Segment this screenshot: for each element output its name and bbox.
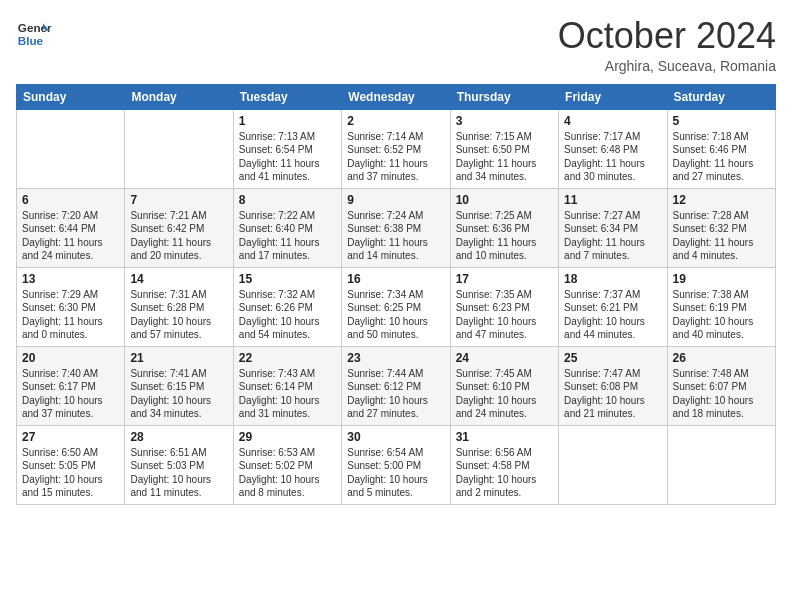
calendar-cell: 6Sunrise: 7:20 AM Sunset: 6:44 PM Daylig… — [17, 188, 125, 267]
day-number: 23 — [347, 351, 444, 365]
calendar-cell: 30Sunrise: 6:54 AM Sunset: 5:00 PM Dayli… — [342, 425, 450, 504]
day-number: 20 — [22, 351, 119, 365]
calendar-cell: 23Sunrise: 7:44 AM Sunset: 6:12 PM Dayli… — [342, 346, 450, 425]
day-info: Sunrise: 6:51 AM Sunset: 5:03 PM Dayligh… — [130, 446, 227, 500]
day-info: Sunrise: 7:31 AM Sunset: 6:28 PM Dayligh… — [130, 288, 227, 342]
day-number: 17 — [456, 272, 553, 286]
calendar-cell — [125, 109, 233, 188]
day-info: Sunrise: 7:41 AM Sunset: 6:15 PM Dayligh… — [130, 367, 227, 421]
day-info: Sunrise: 6:53 AM Sunset: 5:02 PM Dayligh… — [239, 446, 336, 500]
day-number: 30 — [347, 430, 444, 444]
title-block: October 2024 Arghira, Suceava, Romania — [558, 16, 776, 74]
calendar-cell: 4Sunrise: 7:17 AM Sunset: 6:48 PM Daylig… — [559, 109, 667, 188]
day-number: 13 — [22, 272, 119, 286]
calendar-cell: 19Sunrise: 7:38 AM Sunset: 6:19 PM Dayli… — [667, 267, 775, 346]
logo: General Blue — [16, 16, 52, 52]
calendar-week-row: 20Sunrise: 7:40 AM Sunset: 6:17 PM Dayli… — [17, 346, 776, 425]
day-number: 24 — [456, 351, 553, 365]
location: Arghira, Suceava, Romania — [558, 58, 776, 74]
weekday-header: Sunday — [17, 84, 125, 109]
calendar-cell: 13Sunrise: 7:29 AM Sunset: 6:30 PM Dayli… — [17, 267, 125, 346]
calendar-cell: 27Sunrise: 6:50 AM Sunset: 5:05 PM Dayli… — [17, 425, 125, 504]
day-number: 1 — [239, 114, 336, 128]
calendar-cell: 3Sunrise: 7:15 AM Sunset: 6:50 PM Daylig… — [450, 109, 558, 188]
day-info: Sunrise: 7:40 AM Sunset: 6:17 PM Dayligh… — [22, 367, 119, 421]
day-info: Sunrise: 7:29 AM Sunset: 6:30 PM Dayligh… — [22, 288, 119, 342]
weekday-header: Friday — [559, 84, 667, 109]
calendar-cell: 18Sunrise: 7:37 AM Sunset: 6:21 PM Dayli… — [559, 267, 667, 346]
day-number: 10 — [456, 193, 553, 207]
calendar-week-row: 6Sunrise: 7:20 AM Sunset: 6:44 PM Daylig… — [17, 188, 776, 267]
day-info: Sunrise: 7:24 AM Sunset: 6:38 PM Dayligh… — [347, 209, 444, 263]
calendar-cell: 14Sunrise: 7:31 AM Sunset: 6:28 PM Dayli… — [125, 267, 233, 346]
day-info: Sunrise: 7:37 AM Sunset: 6:21 PM Dayligh… — [564, 288, 661, 342]
calendar-cell: 28Sunrise: 6:51 AM Sunset: 5:03 PM Dayli… — [125, 425, 233, 504]
calendar-week-row: 13Sunrise: 7:29 AM Sunset: 6:30 PM Dayli… — [17, 267, 776, 346]
month-title: October 2024 — [558, 16, 776, 56]
day-info: Sunrise: 7:20 AM Sunset: 6:44 PM Dayligh… — [22, 209, 119, 263]
day-number: 26 — [673, 351, 770, 365]
day-info: Sunrise: 7:13 AM Sunset: 6:54 PM Dayligh… — [239, 130, 336, 184]
day-number: 9 — [347, 193, 444, 207]
day-number: 6 — [22, 193, 119, 207]
day-number: 31 — [456, 430, 553, 444]
day-info: Sunrise: 7:27 AM Sunset: 6:34 PM Dayligh… — [564, 209, 661, 263]
calendar-cell: 29Sunrise: 6:53 AM Sunset: 5:02 PM Dayli… — [233, 425, 341, 504]
calendar-table: SundayMondayTuesdayWednesdayThursdayFrid… — [16, 84, 776, 505]
calendar-cell: 20Sunrise: 7:40 AM Sunset: 6:17 PM Dayli… — [17, 346, 125, 425]
day-info: Sunrise: 7:38 AM Sunset: 6:19 PM Dayligh… — [673, 288, 770, 342]
weekday-header: Saturday — [667, 84, 775, 109]
calendar-cell: 24Sunrise: 7:45 AM Sunset: 6:10 PM Dayli… — [450, 346, 558, 425]
svg-text:Blue: Blue — [18, 34, 44, 47]
calendar-cell: 1Sunrise: 7:13 AM Sunset: 6:54 PM Daylig… — [233, 109, 341, 188]
day-info: Sunrise: 7:25 AM Sunset: 6:36 PM Dayligh… — [456, 209, 553, 263]
day-number: 3 — [456, 114, 553, 128]
day-info: Sunrise: 7:18 AM Sunset: 6:46 PM Dayligh… — [673, 130, 770, 184]
day-number: 7 — [130, 193, 227, 207]
day-info: Sunrise: 7:47 AM Sunset: 6:08 PM Dayligh… — [564, 367, 661, 421]
day-number: 11 — [564, 193, 661, 207]
calendar-cell — [17, 109, 125, 188]
day-info: Sunrise: 7:35 AM Sunset: 6:23 PM Dayligh… — [456, 288, 553, 342]
day-info: Sunrise: 7:21 AM Sunset: 6:42 PM Dayligh… — [130, 209, 227, 263]
day-info: Sunrise: 7:45 AM Sunset: 6:10 PM Dayligh… — [456, 367, 553, 421]
calendar-cell: 22Sunrise: 7:43 AM Sunset: 6:14 PM Dayli… — [233, 346, 341, 425]
day-number: 4 — [564, 114, 661, 128]
calendar-cell — [667, 425, 775, 504]
day-number: 19 — [673, 272, 770, 286]
day-number: 14 — [130, 272, 227, 286]
calendar-cell: 26Sunrise: 7:48 AM Sunset: 6:07 PM Dayli… — [667, 346, 775, 425]
calendar-cell: 8Sunrise: 7:22 AM Sunset: 6:40 PM Daylig… — [233, 188, 341, 267]
calendar-cell: 16Sunrise: 7:34 AM Sunset: 6:25 PM Dayli… — [342, 267, 450, 346]
logo-icon: General Blue — [16, 16, 52, 52]
day-number: 2 — [347, 114, 444, 128]
calendar-cell: 5Sunrise: 7:18 AM Sunset: 6:46 PM Daylig… — [667, 109, 775, 188]
day-number: 12 — [673, 193, 770, 207]
day-info: Sunrise: 7:44 AM Sunset: 6:12 PM Dayligh… — [347, 367, 444, 421]
day-number: 8 — [239, 193, 336, 207]
day-info: Sunrise: 7:22 AM Sunset: 6:40 PM Dayligh… — [239, 209, 336, 263]
day-info: Sunrise: 6:50 AM Sunset: 5:05 PM Dayligh… — [22, 446, 119, 500]
day-info: Sunrise: 7:14 AM Sunset: 6:52 PM Dayligh… — [347, 130, 444, 184]
day-number: 16 — [347, 272, 444, 286]
calendar-cell: 2Sunrise: 7:14 AM Sunset: 6:52 PM Daylig… — [342, 109, 450, 188]
day-info: Sunrise: 7:34 AM Sunset: 6:25 PM Dayligh… — [347, 288, 444, 342]
calendar-cell: 15Sunrise: 7:32 AM Sunset: 6:26 PM Dayli… — [233, 267, 341, 346]
day-info: Sunrise: 7:48 AM Sunset: 6:07 PM Dayligh… — [673, 367, 770, 421]
day-number: 25 — [564, 351, 661, 365]
page-header: General Blue October 2024 Arghira, Sucea… — [16, 16, 776, 74]
weekday-header: Tuesday — [233, 84, 341, 109]
calendar-cell: 25Sunrise: 7:47 AM Sunset: 6:08 PM Dayli… — [559, 346, 667, 425]
svg-text:General: General — [18, 21, 52, 34]
calendar-week-row: 27Sunrise: 6:50 AM Sunset: 5:05 PM Dayli… — [17, 425, 776, 504]
calendar-cell: 17Sunrise: 7:35 AM Sunset: 6:23 PM Dayli… — [450, 267, 558, 346]
calendar-cell: 21Sunrise: 7:41 AM Sunset: 6:15 PM Dayli… — [125, 346, 233, 425]
day-info: Sunrise: 7:43 AM Sunset: 6:14 PM Dayligh… — [239, 367, 336, 421]
calendar-week-row: 1Sunrise: 7:13 AM Sunset: 6:54 PM Daylig… — [17, 109, 776, 188]
calendar-cell: 11Sunrise: 7:27 AM Sunset: 6:34 PM Dayli… — [559, 188, 667, 267]
day-number: 15 — [239, 272, 336, 286]
day-number: 21 — [130, 351, 227, 365]
calendar-header-row: SundayMondayTuesdayWednesdayThursdayFrid… — [17, 84, 776, 109]
weekday-header: Monday — [125, 84, 233, 109]
calendar-cell: 31Sunrise: 6:56 AM Sunset: 4:58 PM Dayli… — [450, 425, 558, 504]
